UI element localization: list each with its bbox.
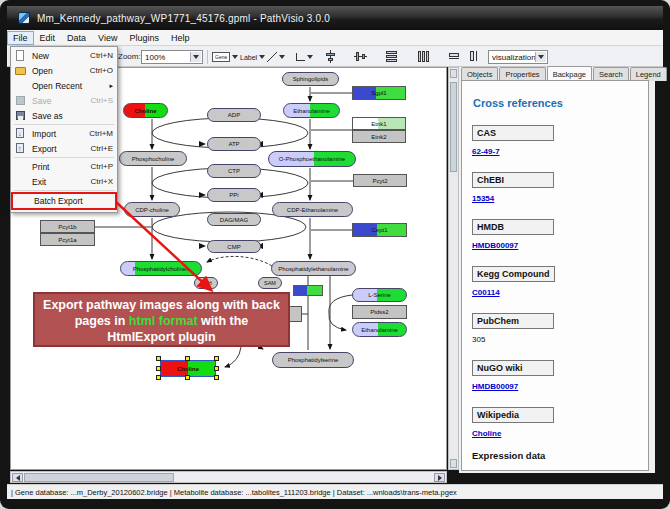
node-phosphocholine[interactable]: Phosphocholine [119, 151, 187, 166]
gene-node-unlabeled[interactable] [293, 285, 323, 296]
common-width-icon[interactable] [448, 51, 461, 64]
vertical-scrollbar[interactable] [448, 67, 459, 470]
menu-item-exit[interactable]: ExitCtrl+X [11, 174, 117, 189]
tab-backpage[interactable]: Backpage [547, 66, 592, 80]
xref-section-cas: CAS 62-49-7 [472, 122, 638, 156]
gene-node-pcyt2[interactable]: Pcyt2 [353, 174, 407, 187]
menu-view[interactable]: View [92, 31, 123, 45]
xref-link[interactable]: HMDB00097 [472, 241, 638, 250]
align-center-icon[interactable] [324, 50, 337, 63]
xref-source-name: PubChem [472, 313, 554, 329]
xref-source-name: HMDB [472, 219, 554, 235]
scroll-left-icon[interactable] [12, 473, 23, 482]
selection-handle[interactable] [214, 356, 219, 361]
menu-file[interactable]: File [7, 31, 34, 45]
menu-item-open[interactable]: OpenCtrl+O [11, 63, 117, 78]
selection-handle[interactable] [156, 366, 161, 371]
tab-legend[interactable]: Legend [630, 67, 667, 81]
node-choline[interactable]: Choline [123, 103, 168, 118]
xref-link[interactable]: 15354 [472, 194, 638, 203]
selection-handle[interactable] [185, 375, 190, 380]
xref-link[interactable]: HMDB00097 [472, 382, 638, 391]
node-ethanolamine-2[interactable]: Ethanolamine [352, 322, 407, 337]
chevron-down-icon[interactable] [535, 52, 546, 62]
zoom-combobox[interactable]: 100% [141, 50, 203, 64]
menu-item-save-as[interactable]: Save as [11, 108, 117, 123]
horizontal-scrollbar[interactable] [10, 471, 447, 483]
label-tool-text: Label [240, 54, 257, 61]
selection-handle[interactable] [214, 366, 219, 371]
menu-item-print[interactable]: PrintCtrl+P [11, 159, 117, 174]
node-sphingolipids[interactable]: Sphingolipids [282, 72, 339, 86]
node-phosphatidylethanolamine[interactable]: Phosphatidylethanolamine [271, 261, 356, 276]
node-cdp-ethanolamine[interactable]: CDP-Ethanolamine [272, 202, 353, 217]
tab-properties[interactable]: Properties [499, 67, 545, 81]
node-sam[interactable]: SAM [258, 277, 282, 289]
node-ppi[interactable]: PPi [207, 188, 261, 202]
gene-node-sgpl1[interactable]: Sgpl1 [352, 86, 406, 100]
node-phosphatidylserine[interactable]: Phosphatidylserine [272, 352, 354, 368]
tab-search[interactable]: Search [593, 67, 629, 81]
gene-node-etnk2[interactable]: Etnk2 [352, 130, 406, 143]
menu-item-open-recent[interactable]: Open Recent▸ [11, 78, 117, 93]
menu-data[interactable]: Data [61, 31, 92, 45]
horizontal-scroll-thumb[interactable] [24, 473, 174, 482]
scroll-down-icon[interactable] [450, 459, 457, 468]
gene-node-pcyt1a[interactable]: Pcyt1a [40, 233, 95, 246]
distribute-vertical-icon[interactable] [417, 50, 430, 63]
node-adp[interactable]: ADP [207, 108, 261, 122]
node-dag-mag[interactable]: DAG/MAG [207, 213, 261, 226]
distribute-horizontal-icon[interactable] [385, 50, 398, 63]
backpage-content[interactable]: Cross references CAS 62-49-7 ChEBI 15354… [461, 80, 649, 471]
node-ctp[interactable]: CTP [207, 164, 261, 178]
gene-node-ptdss2[interactable]: Ptdss2 [352, 305, 407, 319]
gene-node-pcyt1b[interactable]: Pcyt1b [40, 220, 95, 233]
selection-handle[interactable] [156, 375, 161, 380]
submenu-arrow-icon: ▸ [109, 82, 113, 90]
annotation-callout: Export pathway images along with back pa… [33, 292, 290, 347]
menu-item-import[interactable]: ↓ ImportCtrl+M [11, 126, 117, 141]
menu-item-batch-export[interactable]: Batch Export [13, 194, 115, 208]
xref-link[interactable]: Choline [472, 429, 638, 438]
gene-node-cept1[interactable]: Cept1 [352, 223, 407, 237]
zoom-label: Zoom: [118, 52, 141, 61]
node-ethanolamine[interactable]: Ethanolamine [283, 103, 340, 118]
menu-item-export[interactable]: ↑ ExportCtrl+E [11, 141, 117, 156]
menu-item-new[interactable]: NewCtrl+N [11, 48, 117, 63]
visualization-combobox[interactable]: visualization [488, 50, 548, 64]
connector-tool-button[interactable] [296, 50, 313, 64]
xref-link[interactable]: C00114 [472, 288, 638, 297]
menu-item-save[interactable]: SaveCtrl+S [11, 93, 117, 108]
scroll-right-icon[interactable] [434, 473, 445, 482]
menu-help[interactable]: Help [165, 31, 196, 45]
node-phosphatidylcholines[interactable]: Phosphatidylcholines [120, 261, 202, 276]
node-cdp-choline[interactable]: CDP-choline [124, 202, 180, 217]
vertical-scroll-thumb[interactable] [450, 82, 457, 172]
line-tool-button[interactable] [267, 50, 285, 64]
visualization-value: visualization [492, 53, 536, 62]
tab-objects[interactable]: Objects [461, 67, 498, 81]
common-height-icon[interactable] [468, 50, 481, 63]
menu-plugins[interactable]: Plugins [123, 31, 165, 45]
elbow-connector-icon [296, 53, 305, 61]
selection-handle[interactable] [185, 356, 190, 361]
datanode-tool-button[interactable]: Gene [212, 50, 238, 64]
selection-handle[interactable] [214, 375, 219, 380]
selection-handle[interactable] [156, 356, 161, 361]
batch-export-highlight: Batch Export [11, 192, 117, 210]
menu-edit[interactable]: Edit [34, 31, 62, 45]
chevron-down-icon[interactable] [190, 52, 201, 62]
node-l-serine[interactable]: L-Serine [352, 288, 407, 302]
scroll-up-icon[interactable] [450, 69, 457, 78]
xref-link[interactable]: 62-49-7 [472, 147, 638, 156]
node-o-phosphoethanolamine[interactable]: O-Phosphoethanolamine [268, 151, 356, 167]
label-tool-button[interactable]: Label [240, 50, 265, 64]
node-cmp[interactable]: CMP [207, 240, 261, 253]
gene-node-etnk1[interactable]: Etnk1 [352, 117, 406, 130]
xref-source-name: CAS [472, 125, 554, 141]
title-bar[interactable]: Mm_Kennedy_pathway_WP1771_45176.gpml - P… [7, 6, 663, 30]
node-sah[interactable]: SAH [194, 277, 218, 289]
node-atp[interactable]: ATP [207, 137, 261, 151]
app-window: Mm_Kennedy_pathway_WP1771_45176.gpml - P… [0, 0, 670, 509]
align-middle-icon[interactable] [354, 50, 367, 63]
